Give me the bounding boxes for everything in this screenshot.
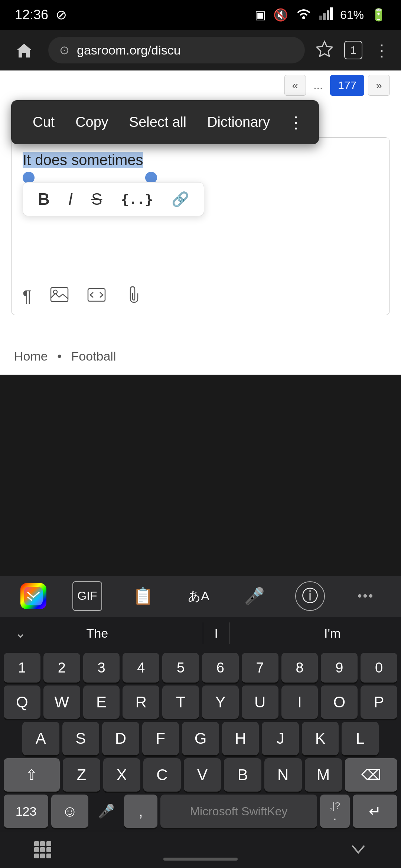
- breadcrumb-section[interactable]: Football: [71, 349, 116, 363]
- svg-rect-1: [319, 16, 322, 20]
- key-m[interactable]: M: [305, 758, 342, 792]
- key-g[interactable]: G: [182, 722, 219, 755]
- suggestion-the[interactable]: The: [75, 622, 120, 644]
- copy-button[interactable]: Copy: [65, 111, 119, 134]
- key-4[interactable]: 4: [123, 653, 159, 683]
- key-j[interactable]: J: [262, 722, 299, 755]
- strikethrough-button[interactable]: S: [88, 188, 106, 210]
- key-k[interactable]: K: [302, 722, 339, 755]
- image-button[interactable]: [50, 287, 69, 306]
- tab-counter[interactable]: 1: [344, 41, 362, 59]
- info-button[interactable]: ⓘ: [295, 581, 325, 611]
- key-s[interactable]: S: [62, 722, 100, 755]
- key-r[interactable]: R: [123, 685, 159, 719]
- bookmark-button[interactable]: [316, 40, 333, 60]
- home-button[interactable]: [11, 37, 37, 63]
- keyboard-grid-button[interactable]: [22, 837, 63, 863]
- svg-rect-3: [327, 10, 329, 20]
- first-page-button[interactable]: «: [284, 75, 306, 96]
- svg-rect-9: [24, 587, 43, 605]
- more-tools-button[interactable]: •••: [351, 581, 381, 611]
- key-t[interactable]: T: [162, 685, 199, 719]
- key-v[interactable]: V: [184, 758, 221, 792]
- bold-button[interactable]: B: [34, 188, 53, 210]
- cut-button[interactable]: Cut: [22, 111, 65, 134]
- key-0[interactable]: 0: [361, 653, 397, 683]
- key-1[interactable]: 1: [4, 653, 40, 683]
- link-button[interactable]: 🔗: [168, 190, 193, 209]
- key-p[interactable]: P: [361, 685, 397, 719]
- key-i[interactable]: I: [281, 685, 318, 719]
- key-y[interactable]: Y: [202, 685, 239, 719]
- key-row-asdf: A S D F G H J K L: [0, 720, 401, 757]
- more-options-button[interactable]: ⋮: [280, 109, 308, 135]
- key-x[interactable]: X: [103, 758, 141, 792]
- breadcrumb-home[interactable]: Home: [14, 349, 48, 363]
- key-7[interactable]: 7: [242, 653, 278, 683]
- svg-rect-17: [40, 854, 45, 858]
- svg-rect-2: [323, 13, 326, 20]
- key-2[interactable]: 2: [43, 653, 80, 683]
- select-all-button[interactable]: Select all: [119, 111, 197, 134]
- mic-button[interactable]: 🎤: [239, 581, 269, 611]
- key-d[interactable]: D: [102, 722, 139, 755]
- current-page-button[interactable]: 177: [330, 75, 364, 96]
- key-h[interactable]: H: [222, 722, 259, 755]
- key-f[interactable]: F: [142, 722, 179, 755]
- emoji-key[interactable]: ☺: [51, 795, 88, 828]
- keyboard-hide-button[interactable]: [338, 839, 379, 861]
- clipboard-button[interactable]: 📋: [128, 581, 158, 611]
- comma-key[interactable]: ,: [124, 795, 157, 828]
- numbers-key[interactable]: 123: [4, 795, 48, 828]
- key-3[interactable]: 3: [83, 653, 120, 683]
- svg-rect-16: [34, 854, 39, 858]
- svg-rect-15: [46, 847, 51, 852]
- suggestions-collapse[interactable]: ⌄: [7, 622, 33, 645]
- key-8[interactable]: 8: [281, 653, 318, 683]
- bottom-row: 123 ☺ 🎤 , Microsoft SwiftKey ,|? . ↵: [0, 793, 401, 831]
- key-b[interactable]: B: [224, 758, 261, 792]
- gif-button[interactable]: GIF: [72, 581, 102, 611]
- more-menu-button[interactable]: ⋮: [374, 41, 390, 60]
- key-e[interactable]: E: [83, 685, 120, 719]
- code-button[interactable]: {..}: [117, 190, 157, 208]
- key-w[interactable]: W: [43, 685, 80, 719]
- attach-button[interactable]: [124, 285, 141, 308]
- key-l[interactable]: L: [342, 722, 379, 755]
- suggestions-row: ⌄ The I I'm: [0, 617, 401, 650]
- svg-rect-13: [34, 847, 39, 852]
- dictionary-button[interactable]: Dictionary: [197, 111, 280, 134]
- suggestion-i[interactable]: I: [203, 622, 229, 644]
- text-editor[interactable]: It does sometimes B I S {..} 🔗 ¶: [11, 137, 390, 315]
- number-row: 1 2 3 4 5 6 7 8 9 0: [0, 650, 401, 684]
- key-a[interactable]: A: [22, 722, 59, 755]
- page-area: « ... 177 » Cut Copy Select all Dictiona…: [0, 70, 401, 375]
- italic-button[interactable]: I: [65, 188, 76, 210]
- paragraph-button[interactable]: ¶: [23, 287, 32, 306]
- punctuation-key[interactable]: ,|? .: [320, 795, 350, 828]
- space-key[interactable]: Microsoft SwiftKey: [160, 795, 317, 828]
- key-6[interactable]: 6: [202, 653, 239, 683]
- sd-card-icon: ▣: [255, 8, 266, 22]
- keyboard-area: GIF 📋 あA 🎤 ⓘ ••• ⌄ The I I'm 1 2 3 4 5 6…: [0, 576, 401, 868]
- pagination: « ... 177 »: [0, 70, 401, 100]
- key-n[interactable]: N: [264, 758, 302, 792]
- key-c[interactable]: C: [143, 758, 181, 792]
- format-toolbar: B I S {..} 🔗: [23, 182, 204, 216]
- mic-small-key[interactable]: 🎤: [91, 795, 121, 828]
- key-5[interactable]: 5: [162, 653, 199, 683]
- key-z[interactable]: Z: [63, 758, 100, 792]
- key-o[interactable]: O: [321, 685, 358, 719]
- key-q[interactable]: Q: [4, 685, 40, 719]
- shift-key[interactable]: ⇧: [4, 758, 60, 792]
- backspace-key[interactable]: ⌫: [345, 758, 397, 792]
- key-9[interactable]: 9: [321, 653, 358, 683]
- code-block-button[interactable]: [87, 287, 106, 306]
- key-u[interactable]: U: [242, 685, 278, 719]
- suggestion-im[interactable]: I'm: [313, 622, 352, 644]
- enter-key[interactable]: ↵: [353, 795, 397, 828]
- language-button[interactable]: あA: [184, 581, 213, 611]
- url-bar[interactable]: ⊙ gasroom.org/discu: [48, 37, 305, 63]
- last-page-button[interactable]: »: [368, 75, 390, 96]
- swiftkey-logo[interactable]: [20, 583, 46, 609]
